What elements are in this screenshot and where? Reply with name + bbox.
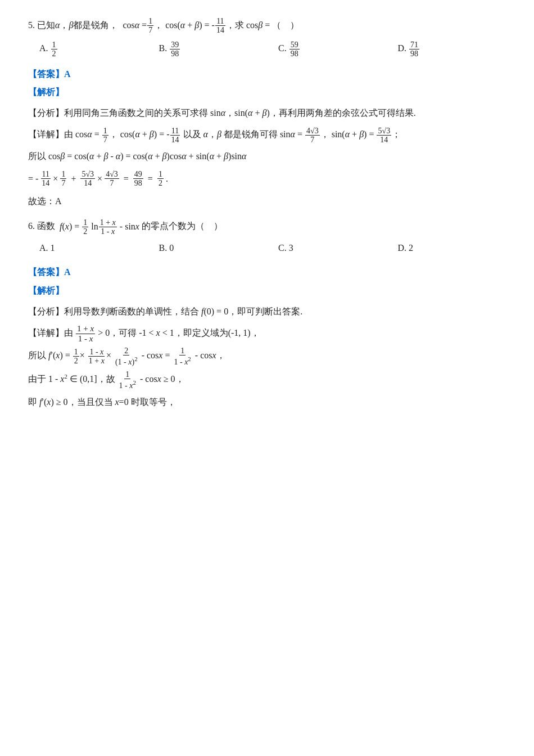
choice-6-b: B. 0	[159, 240, 279, 256]
choice-5-c: C. 5998	[278, 40, 398, 58]
problem-5-statement: 5. 已知α，β都是锐角， cosα =17， cos(α + β) = -11…	[28, 17, 506, 35]
problem-6-question: 的零点个数为（ ）	[142, 218, 223, 235]
problem-6-func: f(x) = 12 ln1 + x1 - x - sinx	[60, 218, 139, 236]
problem-6: 6. 函数 f(x) = 12 ln1 + x1 - x - sinx 的零点个…	[28, 218, 506, 411]
analysis-5-text: 【分析】利用同角三角函数之间的关系可求得 sinα，sin(α + β)，再利用…	[28, 104, 506, 122]
problem-5-cosab: cos(α + β) = -1114，求 cosβ = （ ）	[165, 17, 299, 35]
choice-5-b: B. 3998	[159, 40, 279, 58]
problem-6-statement: 6. 函数 f(x) = 12 ln1 + x1 - x - sinx 的零点个…	[28, 218, 506, 236]
choice-5-d: D. 7198	[398, 40, 518, 58]
choice-6-d: D. 2	[398, 240, 518, 256]
problem-5-choices: A. 12 B. 3998 C. 5998 D. 7198	[39, 40, 517, 58]
detail-6-4: 即 f′(x) ≥ 0，当且仅当 x=0 时取等号，	[28, 393, 506, 411]
detail-6-2: 所以 f′(x) = 12× 1 - x1 + x× 2(1 - x)2 - c…	[28, 346, 506, 366]
choice-5-a: A. 12	[39, 40, 159, 58]
problem-5-number: 5. 已知α，β都是锐角，	[28, 17, 118, 34]
therefore-5: 所以 cosβ = cos(α + β - α) = cos(α + β)cos…	[28, 147, 506, 165]
eq1-5: = -1114×17 + 5√314×4√37 = 4998 = 12.	[28, 169, 506, 188]
detail-6-1: 【详解】由 1 + x1 - x > 0，可得 -1 < x < 1，即定义域为…	[28, 324, 506, 343]
answer-5: 【答案】A	[28, 66, 506, 83]
analysis-5-tag: 【解析】	[28, 84, 506, 101]
answer-6: 【答案】A	[28, 264, 506, 281]
problem-6-number: 6. 函数	[28, 218, 55, 235]
problem-5: 5. 已知α，β都是锐角， cosα =17， cos(α + β) = -11…	[28, 17, 506, 210]
analysis-6-text: 【分析】利用导数判断函数的单调性，结合 f(0) = 0，即可判断出答案.	[28, 303, 506, 321]
analysis-6-tag: 【解析】	[28, 283, 506, 299]
detail-5: 【详解】由 cosα = 17， cos(α + β) = -1114 以及 α…	[28, 125, 506, 144]
choice-6-c: C. 3	[278, 240, 398, 256]
detail-6-3: 由于 1 - x2 ∈ (0,1]，故 11 - x2 - cosx ≥ 0，	[28, 370, 506, 390]
choice-6-a: A. 1	[39, 240, 159, 256]
problem-6-choices: A. 1 B. 0 C. 3 D. 2	[39, 240, 517, 256]
conclusion-5: 故选：A	[28, 192, 506, 210]
problem-5-cosalpha: cosα =17，	[123, 17, 163, 35]
